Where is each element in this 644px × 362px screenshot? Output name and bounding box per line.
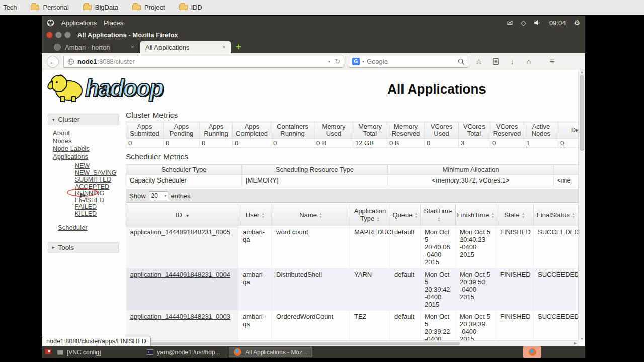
volume-icon[interactable] — [534, 20, 541, 26]
taskbar: [VNC config] ›_ yarn@node1:/usr/hdp... A… — [42, 346, 585, 358]
taskbar-app-icon[interactable] — [45, 349, 52, 354]
application-id-link[interactable]: application_1444091848231_0004 — [130, 270, 231, 278]
close-tab-icon[interactable]: × — [131, 44, 134, 51]
sort-icon: ▲▼ — [319, 212, 323, 219]
vnc-icon — [57, 350, 63, 355]
bookmark-label: Project — [144, 4, 165, 11]
bookmark-folder-idd[interactable]: IDD — [179, 4, 202, 11]
section-label: Tools — [58, 244, 74, 251]
col-header-finishtime[interactable]: FinishTime▲▼ — [456, 204, 496, 226]
sidebar-item-new[interactable]: NEW — [75, 163, 119, 170]
col-header-id[interactable]: ID▾ — [126, 204, 238, 226]
col-header-user[interactable]: User▲▼ — [238, 204, 272, 226]
col-header: Memory Used — [314, 122, 353, 139]
bookmark-star-icon[interactable]: ☆ — [473, 57, 485, 66]
taskbar-item-firefox[interactable]: All Applications - Moz... — [229, 347, 312, 357]
vertical-scrollbar[interactable]: ▲ ▼ — [578, 70, 585, 340]
menu-icon[interactable]: ≡ — [546, 57, 558, 67]
bookmark-folder-bigdata[interactable]: BigData — [83, 4, 118, 11]
gear-icon[interactable]: ⚙ — [574, 19, 580, 27]
col-header: Scheduler Type — [126, 165, 242, 175]
bookmark-folder-project[interactable]: Project — [132, 4, 165, 11]
entries-value: 20 — [151, 192, 158, 199]
clock[interactable]: 09:04 — [549, 19, 566, 27]
url-bar[interactable]: node1 :8088/cluster ▾ ↻ — [63, 56, 344, 68]
scheduler-type: Capacity Scheduler — [126, 175, 242, 186]
table-row: application_1444091848231_0004 ambari-qa… — [126, 268, 579, 311]
col-header-state[interactable]: State▲▼ — [496, 204, 534, 226]
sidebar-item-submitted[interactable]: SUBMITTED — [75, 176, 119, 184]
menu-places[interactable]: Places — [104, 19, 123, 27]
scroll-down-icon[interactable]: ▼ — [580, 337, 584, 340]
scrollbar-thumb[interactable] — [580, 75, 584, 151]
col-header: Memory Reserved — [387, 122, 425, 139]
col-header-name[interactable]: Name▲▼ — [272, 204, 350, 226]
col-header-application-type[interactable]: Application Type▲▼ — [350, 204, 390, 226]
taskbar-item-vnc-config[interactable]: [VNC config] — [53, 347, 105, 357]
google-engine-icon[interactable]: G — [352, 58, 360, 65]
application-id-link[interactable]: application_1444091848231_0003 — [130, 313, 231, 320]
cell-user: ambari-qa — [238, 268, 272, 311]
sidebar-section-tools[interactable]: ▸ Tools — [48, 242, 119, 253]
tab-all-applications[interactable]: All Applications × — [140, 41, 231, 53]
hadoop-elephant-icon — [46, 71, 85, 103]
tab-ambari-horton[interactable]: Ambari - horton × — [49, 41, 139, 53]
show-bookmarks-icon[interactable] — [490, 58, 502, 65]
firefox-launcher-highlight[interactable] — [523, 346, 541, 358]
col-header-queue[interactable]: Queue▲▼ — [390, 204, 421, 226]
table-row: application_1444091848231_0005 ambari-qa… — [126, 226, 579, 268]
sidebar-section-cluster[interactable]: ▾ Cluster — [48, 114, 119, 125]
downloads-icon[interactable]: ↓ — [506, 57, 518, 66]
active-nodes-link[interactable]: 1 — [526, 139, 530, 147]
minimize-window-button[interactable]: − — [55, 32, 62, 38]
col-header: Memory Total — [353, 122, 387, 139]
bookmark-tech[interactable]: Tech — [3, 4, 17, 11]
sidebar-item-killed[interactable]: KILLED — [75, 211, 119, 218]
bookmark-folder-personal[interactable]: Personal — [31, 4, 68, 11]
scroll-up-icon[interactable]: ▲ — [580, 70, 584, 74]
col-header: VCores Reserved — [490, 122, 524, 139]
sidebar-item-new-saving[interactable]: NEW_SAVING — [75, 170, 119, 177]
search-input[interactable] — [367, 58, 455, 65]
new-tab-button[interactable]: + — [236, 41, 242, 52]
sidebar-item-failed[interactable]: FAILED — [75, 204, 119, 211]
taskbar-item-terminal[interactable]: ›_ yarn@node1:/usr/hdp... — [142, 347, 225, 357]
close-tab-icon[interactable]: × — [222, 44, 226, 51]
firefox-icon — [529, 348, 536, 356]
search-bar[interactable]: G ▾ — [349, 56, 468, 68]
maximum-allocation: <me — [554, 175, 579, 186]
decommissioned-nodes-link[interactable]: 0 — [560, 139, 564, 147]
page-title: All Applications — [324, 81, 550, 97]
terminal-icon: ›_ — [147, 349, 153, 355]
sidebar-item-node-labels[interactable]: Node Labels — [53, 145, 119, 153]
application-id-link[interactable]: application_1444091848231_0005 — [130, 228, 231, 236]
bookmark-label: BigData — [95, 4, 118, 11]
cell-type: YARN — [350, 268, 390, 311]
window-titlebar: − All Applications - Mozilla Firefox — [42, 29, 585, 40]
scroll-right-icon[interactable]: ▶ — [574, 341, 578, 345]
url-dropdown-icon[interactable]: ▾ — [328, 59, 330, 64]
back-button[interactable]: ← — [47, 56, 59, 68]
cell-starttime: Mon Oct 5 20:39:42 -0400 2015 — [421, 268, 456, 311]
entries-select[interactable]: 20 ▾ — [149, 191, 168, 200]
metric-value: 3 — [459, 139, 490, 148]
network-icon[interactable]: ◇ — [521, 19, 526, 27]
col-header-starttime[interactable]: StartTime▲▼ — [421, 204, 456, 226]
close-window-button[interactable] — [46, 32, 53, 38]
sort-icon: ▲▼ — [437, 216, 441, 223]
sidebar-item-about[interactable]: About — [53, 130, 119, 137]
search-icon[interactable] — [458, 58, 465, 65]
reload-icon[interactable]: ↻ — [335, 58, 340, 65]
sidebar-item-applications[interactable]: Applications — [53, 153, 119, 161]
sidebar-item-scheduler[interactable]: Scheduler — [58, 224, 88, 231]
mail-icon[interactable]: ✉ — [507, 19, 513, 27]
menu-applications[interactable]: Applications — [61, 19, 97, 27]
col-header-finalstatus[interactable]: FinalStatus▲▼ — [534, 204, 579, 226]
home-icon[interactable]: ⌂ — [523, 57, 535, 66]
sidebar-item-nodes[interactable]: Nodes — [53, 138, 119, 145]
maximize-window-button[interactable] — [64, 32, 71, 38]
horizontal-scrollbar[interactable]: ▶ — [127, 340, 578, 346]
scrollbar-thumb[interactable] — [144, 342, 460, 345]
col-header: Apps Running — [200, 122, 233, 139]
engine-dropdown-icon[interactable]: ▾ — [362, 59, 364, 64]
